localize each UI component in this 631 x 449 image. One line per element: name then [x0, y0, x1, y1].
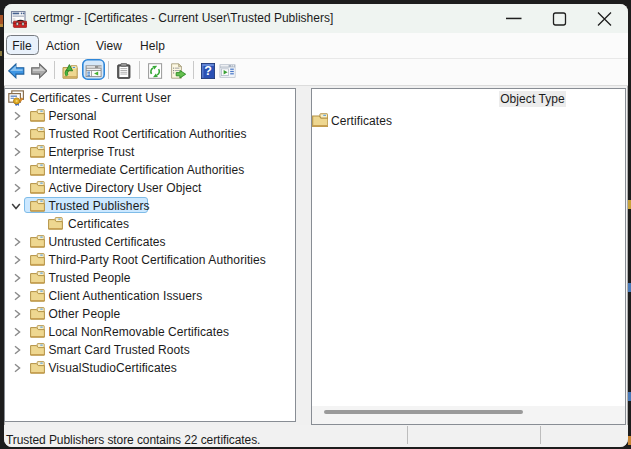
svg-text:?: ? — [204, 64, 212, 78]
